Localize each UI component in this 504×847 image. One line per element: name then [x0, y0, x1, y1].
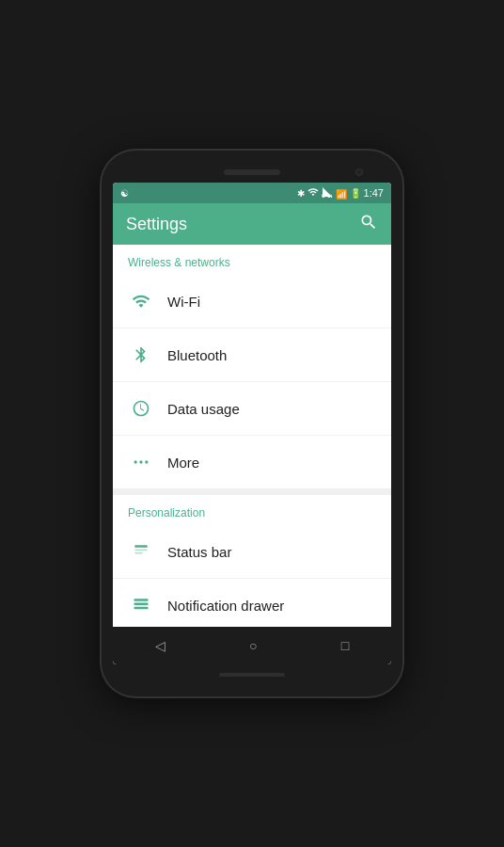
- settings-item-bluetooth[interactable]: Bluetooth: [113, 328, 391, 382]
- section-header-wireless: Wireless & networks: [113, 245, 391, 275]
- app-bar: Settings: [113, 203, 391, 245]
- bottom-navigation: ◁ ○ □: [113, 627, 391, 664]
- more-label: More: [167, 455, 199, 471]
- settings-item-wifi[interactable]: Wi-Fi: [113, 275, 391, 328]
- more-icon: [128, 449, 154, 475]
- status-time: 1:47: [364, 187, 384, 199]
- back-button[interactable]: ◁: [148, 631, 173, 661]
- battery-status-icon: 🔋: [350, 188, 361, 199]
- bluetooth-icon: [128, 342, 154, 368]
- signal-status-icon: 📶: [322, 186, 347, 200]
- status-bar-right: ✱ 📶 🔋 1:47: [297, 186, 384, 200]
- phone-bottom: [113, 664, 391, 685]
- settings-item-status-bar[interactable]: Status bar: [113, 525, 391, 579]
- svg-rect-6: [134, 599, 149, 601]
- svg-point-2: [145, 460, 148, 463]
- svg-rect-5: [134, 552, 142, 554]
- settings-item-data-usage[interactable]: Data usage: [113, 382, 391, 436]
- wifi-icon: [128, 288, 154, 314]
- settings-item-notification-drawer[interactable]: Notification drawer: [113, 579, 391, 627]
- phone-top-bar: [113, 162, 391, 183]
- app-bar-title: Settings: [126, 215, 187, 234]
- status-bar-icon: [128, 538, 154, 565]
- settings-item-more[interactable]: More: [113, 436, 391, 489]
- notification-icon: ☯: [120, 188, 129, 199]
- bluetooth-status-icon: ✱: [297, 188, 305, 199]
- search-button[interactable]: [359, 213, 378, 236]
- wifi-label: Wi-Fi: [167, 294, 200, 310]
- phone-device: ☯ ✱ 📶 🔋 1:47 Settings: [102, 151, 402, 696]
- svg-rect-4: [134, 550, 147, 551]
- status-bar-left: ☯: [120, 188, 129, 199]
- home-button[interactable]: ○: [242, 631, 264, 661]
- svg-rect-7: [134, 603, 149, 606]
- phone-speaker: [224, 169, 280, 175]
- wifi-status-icon: [307, 186, 319, 200]
- phone-home-bar: [219, 673, 285, 677]
- notification-drawer-label: Notification drawer: [167, 598, 284, 614]
- phone-camera: [355, 168, 363, 176]
- status-bar-label: Status bar: [167, 544, 231, 560]
- svg-rect-3: [134, 545, 147, 548]
- settings-content: Wireless & networks Wi-Fi Bluetoot: [113, 245, 391, 627]
- svg-point-1: [139, 460, 142, 463]
- data-usage-label: Data usage: [167, 401, 240, 417]
- svg-rect-8: [134, 607, 149, 610]
- notification-drawer-icon: [128, 592, 154, 618]
- status-bar: ☯ ✱ 📶 🔋 1:47: [113, 183, 391, 203]
- data-usage-icon: [128, 395, 154, 422]
- bluetooth-label: Bluetooth: [167, 347, 227, 363]
- section-header-personalization: Personalization: [113, 495, 391, 525]
- phone-screen: ☯ ✱ 📶 🔋 1:47 Settings: [113, 183, 391, 664]
- svg-point-0: [134, 460, 137, 463]
- recents-button[interactable]: □: [334, 631, 356, 661]
